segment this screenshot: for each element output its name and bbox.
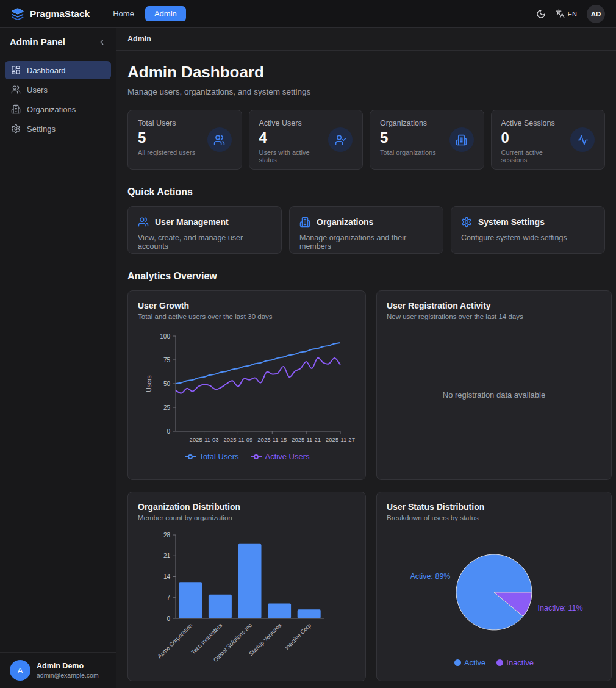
action-description: Manage organizations and their members xyxy=(299,234,433,251)
stat-description: Total organizations xyxy=(380,149,436,156)
svg-text:75: 75 xyxy=(163,357,171,364)
sidebar-item-settings[interactable]: Settings xyxy=(5,120,111,138)
stat-card-active-sessions: Active Sessions 0 Current active session… xyxy=(491,110,606,170)
topbar: PragmaStack Home Admin EN AD xyxy=(0,0,616,28)
sidebar-item-label: Settings xyxy=(27,124,56,134)
chart-title: Organization Distribution xyxy=(138,502,356,512)
sidebar-item-users[interactable]: Users xyxy=(5,81,111,99)
sidebar: Admin Panel Dashboard xyxy=(0,28,116,688)
svg-text:28: 28 xyxy=(163,532,171,539)
svg-text:0: 0 xyxy=(167,615,170,622)
svg-text:Active: 89%: Active: 89% xyxy=(410,572,450,581)
sidebar-user-avatar: A xyxy=(10,660,30,681)
nav-admin[interactable]: Admin xyxy=(145,6,186,21)
topbar-actions: EN AD xyxy=(536,5,605,23)
chart-card-registration-activity: User Registration Activity New user regi… xyxy=(376,290,612,480)
svg-text:7: 7 xyxy=(167,594,170,601)
dashboard-icon xyxy=(11,65,21,75)
stat-label: Active Sessions xyxy=(501,119,571,127)
stat-card-organizations: Organizations 5 Total organizations xyxy=(370,110,484,170)
brand[interactable]: PragmaStack xyxy=(11,7,90,21)
svg-text:14: 14 xyxy=(163,573,171,580)
sidebar-item-organizations[interactable]: Organizations xyxy=(5,100,111,118)
svg-text:Inactive Corp: Inactive Corp xyxy=(284,622,312,651)
chart-card-user-growth: User Growth Total and active users over … xyxy=(127,290,366,480)
sidebar-user-email: admin@example.com xyxy=(37,672,99,679)
action-card-system-settings[interactable]: System Settings Configure system-wide se… xyxy=(451,206,605,254)
action-card-organizations[interactable]: Organizations Manage organizations and t… xyxy=(289,206,443,254)
breadcrumb[interactable]: Admin xyxy=(116,28,616,51)
sidebar-item-label: Users xyxy=(27,85,48,95)
svg-text:Tech Innovators: Tech Innovators xyxy=(190,622,223,655)
languages-icon xyxy=(556,9,565,18)
stat-card-total-users: Total Users 5 All registered users xyxy=(127,110,242,170)
svg-text:2025-11-27: 2025-11-27 xyxy=(326,436,355,443)
sidebar-item-dashboard[interactable]: Dashboard xyxy=(5,61,111,79)
chart-card-organization-distribution: Organization Distribution Member count b… xyxy=(127,492,366,681)
language-label: EN xyxy=(568,10,577,18)
stat-label: Total Users xyxy=(138,119,195,127)
sidebar-item-label: Dashboard xyxy=(27,66,66,75)
chevron-left-icon xyxy=(98,38,106,46)
sidebar-header: Admin Panel xyxy=(0,28,116,56)
analytics-heading: Analytics Overview xyxy=(127,271,605,282)
theme-toggle-button[interactable] xyxy=(536,9,546,19)
stat-value: 0 xyxy=(501,129,571,146)
stat-label: Active Users xyxy=(259,119,329,127)
chart-subtitle: New user registrations over the last 14 … xyxy=(387,313,601,320)
sidebar-item-label: Organizations xyxy=(27,105,76,114)
action-description: View, create, and manage user accounts xyxy=(138,234,271,251)
chart-subtitle: Breakdown of users by status xyxy=(387,514,601,521)
user-growth-line-chart: 02550751002025-11-032025-11-092025-11-15… xyxy=(138,328,356,445)
svg-text:2025-11-03: 2025-11-03 xyxy=(190,436,219,443)
sidebar-collapse-button[interactable] xyxy=(98,38,106,46)
quick-actions-heading: Quick Actions xyxy=(127,187,605,198)
stat-value: 5 xyxy=(380,129,436,146)
nav-home[interactable]: Home xyxy=(108,6,139,21)
sidebar-user[interactable]: A Admin Demo admin@example.com xyxy=(0,652,116,688)
user-avatar[interactable]: AD xyxy=(587,5,605,23)
page-subtitle: Manage users, organizations, and system … xyxy=(127,87,605,96)
chart-title: User Status Distribution xyxy=(387,502,601,512)
chart-legend: Total UsersActive Users xyxy=(138,452,356,461)
legend-item[interactable]: Inactive xyxy=(496,658,534,667)
gear-icon xyxy=(11,124,21,134)
moon-icon xyxy=(536,9,546,19)
svg-text:Inactive: 11%: Inactive: 11% xyxy=(538,604,583,612)
action-description: Configure system-wide settings xyxy=(461,234,595,242)
stat-card-active-users: Active Users 4 Users with active status xyxy=(249,110,364,170)
chart-title: User Registration Activity xyxy=(387,301,601,310)
chart-subtitle: Member count by organization xyxy=(138,514,356,521)
sidebar-user-name: Admin Demo xyxy=(37,662,99,670)
layers-icon xyxy=(11,7,24,21)
legend-item[interactable]: Active Users xyxy=(250,452,310,461)
svg-text:2025-11-15: 2025-11-15 xyxy=(257,436,287,443)
user-check-icon xyxy=(328,127,353,152)
building-icon xyxy=(449,127,474,152)
svg-text:25: 25 xyxy=(163,404,171,411)
svg-text:50: 50 xyxy=(163,381,171,387)
legend-item[interactable]: Total Users xyxy=(184,452,239,461)
users-icon xyxy=(11,85,21,95)
svg-text:Acme Corporation: Acme Corporation xyxy=(156,622,194,660)
svg-text:Startup Ventures: Startup Ventures xyxy=(248,622,283,657)
svg-text:21: 21 xyxy=(163,553,171,559)
user-status-pie-chart: Active: 89%Inactive: 11% xyxy=(387,529,601,651)
language-button[interactable]: EN xyxy=(556,9,577,18)
sidebar-nav: Dashboard Users Organiza xyxy=(0,56,116,143)
svg-text:2025-11-21: 2025-11-21 xyxy=(292,436,321,443)
stat-value: 4 xyxy=(259,129,329,146)
activity-icon xyxy=(570,127,595,152)
brand-name: PragmaStack xyxy=(30,9,90,20)
chart-legend: ActiveInactive xyxy=(387,658,601,667)
stat-description: Current active sessions xyxy=(501,149,571,163)
stat-label: Organizations xyxy=(380,119,436,127)
chart-title: User Growth xyxy=(138,301,356,310)
action-card-user-management[interactable]: User Management View, create, and manage… xyxy=(127,206,282,254)
svg-text:2025-11-09: 2025-11-09 xyxy=(223,436,252,443)
empty-chart-message: No registration data available xyxy=(387,320,601,470)
stats-grid: Total Users 5 All registered users Activ… xyxy=(127,110,605,170)
legend-item[interactable]: Active xyxy=(454,658,485,667)
users-icon xyxy=(207,127,232,152)
sidebar-title: Admin Panel xyxy=(10,37,65,47)
